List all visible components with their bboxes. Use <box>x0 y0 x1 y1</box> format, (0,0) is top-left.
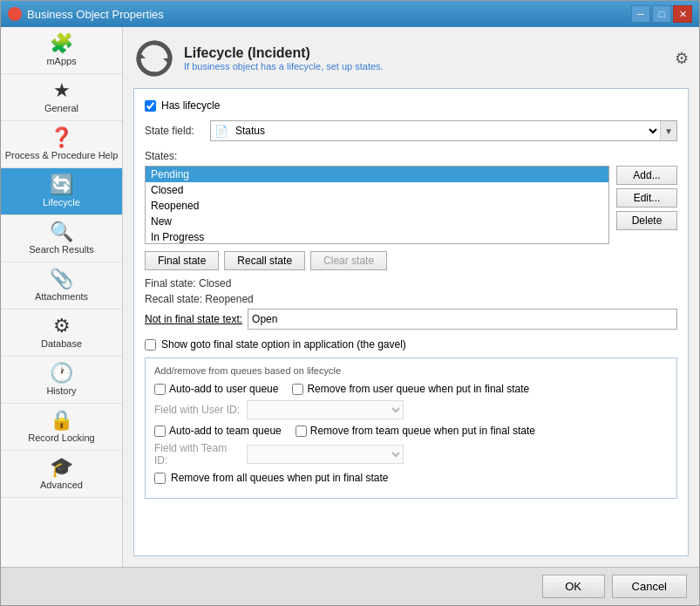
recall-state-info: Recall state: Reopened <box>145 293 677 305</box>
remove-team-final-label: Remove from team queue when put in final… <box>296 425 535 437</box>
state-item-new[interactable]: New <box>146 214 608 229</box>
state-field-label: State field: <box>145 125 210 137</box>
history-icon: 🕐 <box>50 364 73 383</box>
section-header: Lifecycle (Incident) If business object … <box>133 37 689 79</box>
sidebar-item-database[interactable]: ⚙Database <box>1 310 122 357</box>
state-item-pending[interactable]: Pending <box>146 167 608 182</box>
sidebar: 🧩mApps★General❓Process & Procedure Help🔄… <box>1 27 123 567</box>
recall-state-button[interactable]: Recall state <box>224 251 305 270</box>
select-arrow-icon: ▼ <box>660 121 676 140</box>
remove-user-final-checkbox[interactable] <box>292 384 303 395</box>
team-id-select[interactable] <box>247 445 404 464</box>
sidebar-label-searchresults: Search Results <box>29 244 94 255</box>
lifecycle-icon: 🔄 <box>50 175 73 194</box>
database-icon: ⚙ <box>53 317 71 336</box>
attachments-icon: 📎 <box>50 269 73 289</box>
bottom-bar: OK Cancel <box>1 567 699 605</box>
add-button[interactable]: Add... <box>616 166 677 185</box>
queue-section: Add/remove from queues based on lifecycl… <box>145 357 677 499</box>
main-window: Business Object Properties ─ □ ✕ 🧩mApps★… <box>0 0 700 606</box>
auto-add-team-label: Auto-add to team queue <box>154 425 282 437</box>
show-goto-checkbox[interactable] <box>145 339 156 351</box>
user-id-label: Field with User ID: <box>154 404 241 416</box>
section-subtitle: If business object has a lifecycle, set … <box>184 61 384 71</box>
sidebar-label-history: History <box>46 385 76 396</box>
queue-section-title: Add/remove from queues based on lifecycl… <box>154 365 668 376</box>
team-id-label: Field with Team ID: <box>154 442 241 466</box>
sidebar-item-general[interactable]: ★General <box>1 74 122 121</box>
delete-button[interactable]: Delete <box>616 211 677 230</box>
title-left: Business Object Properties <box>8 7 164 21</box>
clear-state-button[interactable]: Clear state <box>310 251 387 270</box>
has-lifecycle-row: Has lifecycle <box>145 99 677 112</box>
remove-team-final-checkbox[interactable] <box>296 426 307 437</box>
user-id-select[interactable] <box>247 400 404 419</box>
sidebar-item-attachments[interactable]: 📎Attachments <box>1 262 122 310</box>
ok-button[interactable]: OK <box>542 575 605 598</box>
states-area: Pending Closed Reopened New In Progress … <box>145 166 677 244</box>
title-bar-buttons: ─ □ ✕ <box>631 5 692 23</box>
cancel-button[interactable]: Cancel <box>612 575 687 598</box>
state-item-reopened[interactable]: Reopened <box>146 198 608 214</box>
final-state-info: Final state: Closed <box>145 277 677 289</box>
sidebar-item-advanced[interactable]: 🎓Advanced <box>1 451 122 498</box>
sidebar-item-lifecycle[interactable]: 🔄Lifecycle <box>1 168 122 215</box>
remove-user-final-label: Remove from user queue when put in final… <box>292 383 529 395</box>
sidebar-label-database: Database <box>41 338 82 349</box>
minimize-button[interactable]: ─ <box>631 5 650 23</box>
content-area: 🧩mApps★General❓Process & Procedure Help🔄… <box>1 27 699 567</box>
window-title: Business Object Properties <box>27 8 164 21</box>
close-button[interactable]: ✕ <box>673 5 692 23</box>
has-lifecycle-checkbox[interactable] <box>145 100 156 112</box>
lifecycle-icon <box>133 37 175 79</box>
team-id-field-row: Field with Team ID: <box>154 442 668 466</box>
mapps-icon: 🧩 <box>50 34 73 53</box>
searchresults-icon: 🔍 <box>50 222 73 242</box>
sidebar-label-advanced: Advanced <box>40 480 83 490</box>
lifecycle-panel: Has lifecycle State field: 📄 Status ▼ St… <box>133 88 689 556</box>
state-action-row: Final state Recall state Clear state <box>145 251 677 270</box>
sidebar-item-history[interactable]: 🕐History <box>1 357 122 404</box>
edit-button[interactable]: Edit... <box>616 188 677 208</box>
not-final-text-row: Not in final state text: <box>145 309 677 330</box>
maximize-button[interactable]: □ <box>652 5 671 23</box>
section-heading: Lifecycle (Incident) <box>184 45 384 61</box>
processprocedurehelp-icon: ❓ <box>50 128 73 147</box>
user-queue-row: Auto-add to user queue Remove from user … <box>154 383 668 395</box>
states-list[interactable]: Pending Closed Reopened New In Progress … <box>145 166 609 244</box>
remove-all-queues-checkbox[interactable] <box>154 473 166 484</box>
team-queue-row: Auto-add to team queue Remove from team … <box>154 425 668 437</box>
sidebar-label-recordlocking: Record Locking <box>28 432 94 443</box>
section-title: Lifecycle (Incident) If business object … <box>184 45 384 71</box>
state-field-select[interactable]: Status <box>232 121 660 140</box>
state-item-closed[interactable]: Closed <box>146 182 608 198</box>
advanced-icon: 🎓 <box>50 458 73 477</box>
remove-all-queues-label: Remove from all queues when put in final… <box>171 472 388 484</box>
state-field-select-container: 📄 Status ▼ <box>210 120 677 141</box>
auto-add-team-checkbox[interactable] <box>154 426 166 437</box>
window-icon <box>8 7 22 21</box>
sidebar-label-mapps: mApps <box>46 56 76 66</box>
not-final-input[interactable] <box>248 309 677 330</box>
settings-button[interactable]: ⚙ <box>675 49 689 68</box>
title-bar: Business Object Properties ─ □ ✕ <box>1 1 699 27</box>
auto-add-user-checkbox[interactable] <box>154 384 166 395</box>
final-state-button[interactable]: Final state <box>145 251 219 270</box>
sidebar-item-recordlocking[interactable]: 🔒Record Locking <box>1 404 122 451</box>
sidebar-label-processprocedurehelp: Process & Procedure Help <box>5 150 119 160</box>
sidebar-item-searchresults[interactable]: 🔍Search Results <box>1 215 122 262</box>
doc-icon: 📄 <box>211 125 232 138</box>
show-goto-row: Show goto final state option in applicat… <box>145 338 677 351</box>
general-icon: ★ <box>53 81 71 100</box>
sidebar-label-attachments: Attachments <box>35 291 88 302</box>
sidebar-item-mapps[interactable]: 🧩mApps <box>1 27 122 74</box>
sidebar-item-processprocedurehelp[interactable]: ❓Process & Procedure Help <box>1 121 122 168</box>
states-buttons: Add... Edit... Delete <box>616 166 677 244</box>
remove-all-queues-row: Remove from all queues when put in final… <box>154 472 668 484</box>
state-item-inprogress[interactable]: In Progress <box>146 229 608 244</box>
not-final-label: Not in final state text: <box>145 313 242 325</box>
user-id-field-row: Field with User ID: <box>154 400 668 419</box>
has-lifecycle-label: Has lifecycle <box>161 99 220 112</box>
main-content: Lifecycle (Incident) If business object … <box>123 27 699 567</box>
state-field-row: State field: 📄 Status ▼ <box>145 120 677 141</box>
